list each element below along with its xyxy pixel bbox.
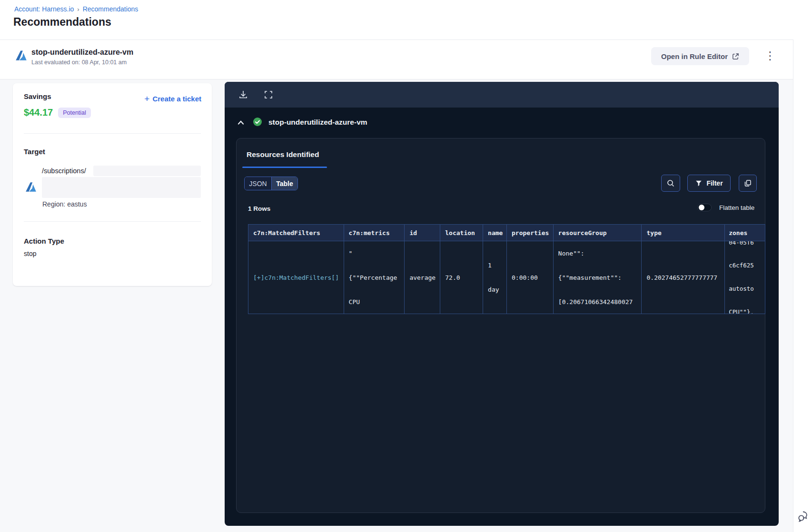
column-header: location <box>440 225 483 241</box>
divider <box>24 133 201 134</box>
open-rule-editor-button[interactable]: Open in Rule Editor <box>651 47 749 65</box>
cell-properties: 0:00:00 <box>507 241 554 314</box>
table-row: [+]c7n:MatchedFilters[] " {""Percentage … <box>248 241 765 314</box>
cell-metrics: " {""Percentage CPU <box>344 241 405 314</box>
azure-logo-icon <box>15 49 28 62</box>
flatten-table-label: Flatten table <box>719 204 754 211</box>
json-view-button[interactable]: JSON <box>245 177 272 190</box>
cell-name: 1 day <box>483 241 507 314</box>
active-tab-underline <box>242 167 327 168</box>
copy-icon[interactable] <box>739 175 757 192</box>
funnel-icon <box>695 179 703 187</box>
column-header: c7n:metrics <box>344 225 405 241</box>
savings-amount: $44.17 <box>24 107 53 118</box>
column-header: resourceGroup <box>554 225 642 241</box>
external-link-icon <box>732 53 739 60</box>
last-evaluated-text: Last evaluated on: 08 Apr, 10:01 am <box>31 59 127 66</box>
panel-toolbar <box>225 82 779 108</box>
table-header-row: c7n:MatchedFilters c7n:metrics id locati… <box>248 225 765 241</box>
cell-type: 0.20274652777777777 <box>642 241 725 314</box>
column-header: zones <box>725 225 765 241</box>
target-label: Target <box>24 148 45 156</box>
cell-id: average <box>405 241 440 314</box>
column-header: id <box>405 225 440 241</box>
table-view-button[interactable]: Table <box>272 177 297 190</box>
row-count: 1 Rows <box>248 205 270 212</box>
breadcrumb: Account: Harness.io›Recommendations <box>14 5 138 13</box>
check-circle-icon <box>253 117 262 127</box>
resources-card: Resources Identified JSON Table Filter <box>236 138 765 513</box>
column-header: properties <box>507 225 554 241</box>
column-header: name <box>483 225 507 241</box>
download-icon[interactable] <box>238 89 249 100</box>
panel-rule-name: stop-underutilized-azure-vm <box>268 118 367 127</box>
savings-label: Savings <box>24 92 51 100</box>
recommendation-header: stop-underutilized-azure-vm Last evaluat… <box>0 39 793 79</box>
recommendation-name: stop-underutilized-azure-vm <box>31 48 133 57</box>
potential-badge: Potential <box>58 108 91 118</box>
cell-zones: 0.21423 {""cost 04-05T6 c6cf625 autosto … <box>725 241 765 314</box>
breadcrumb-separator: › <box>74 6 82 13</box>
target-region: Region: eastus <box>42 200 87 208</box>
target-path: /subscriptions/ <box>42 167 86 175</box>
column-header: c7n:MatchedFilters <box>248 225 344 241</box>
matched-filters-expand-link[interactable]: [+]c7n:MatchedFilters[] <box>253 274 339 282</box>
tab-resources-identified[interactable]: Resources Identified <box>247 150 319 159</box>
create-ticket-button[interactable]: + Create a ticket <box>144 95 201 103</box>
search-icon[interactable] <box>661 175 680 192</box>
chevron-up-icon[interactable] <box>235 117 247 128</box>
divider <box>24 221 201 222</box>
page: Account: Harness.io›Recommendations Reco… <box>0 0 812 532</box>
resources-table: c7n:MatchedFilters c7n:metrics id locati… <box>248 224 765 314</box>
results-panel: stop-underutilized-azure-vm Resources Id… <box>225 82 779 526</box>
savings-card: Savings + Create a ticket $44.17 Potenti… <box>13 83 212 286</box>
action-type-label: Action Type <box>24 237 64 245</box>
flatten-table-control: Flatten table <box>697 204 754 211</box>
view-mode-toggle: JSON Table <box>244 177 298 190</box>
cell-resource-group: None"": {""measurement"": [0.20671066342… <box>554 241 642 314</box>
filter-button[interactable]: Filter <box>687 175 731 192</box>
breadcrumb-account-link[interactable]: Account: Harness.io <box>14 5 74 13</box>
cell-location: 72.0 <box>440 241 483 314</box>
page-title: Recommendations <box>13 16 111 29</box>
redacted-target-text <box>93 166 201 176</box>
fullscreen-icon[interactable] <box>263 89 274 100</box>
azure-logo-icon <box>25 181 37 193</box>
flatten-table-toggle[interactable] <box>697 204 712 211</box>
action-type-value: stop <box>24 250 36 257</box>
chat-bubbles-icon[interactable] <box>796 509 811 524</box>
plus-icon: + <box>144 95 149 102</box>
right-gutter <box>793 39 812 532</box>
kebab-menu-icon[interactable]: ⋮ <box>762 44 779 68</box>
breadcrumb-recommendations-link[interactable]: Recommendations <box>83 5 139 13</box>
column-header: type <box>642 225 725 241</box>
redacted-target-text <box>42 177 201 198</box>
